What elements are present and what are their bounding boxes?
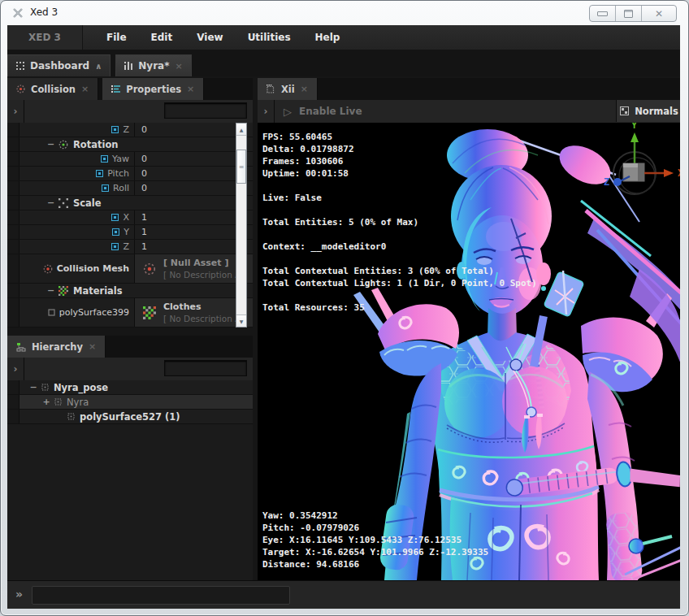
property-leaf-icon [102,184,109,192]
stat-total-entities: Total Entities: 5 (0% of Max) [262,217,537,229]
axis-x-label: X [678,167,680,179]
properties-rows: Z 0 − Rotation [7,123,253,328]
properties-panel: Collision × Properties × › [7,78,253,328]
xii-icon [266,85,275,93]
materials-icon [58,286,68,296]
viewport-canvas[interactable]: Y X Z FPS: 55.60465 Delta: 0.01798872 Fr… [258,123,680,580]
camera-pitch: Pitch: -0.07979026 [262,523,488,535]
scroll-up-button[interactable]: ▲ [236,124,246,136]
properties-panel-tabs: Collision × Properties × [7,78,253,100]
viewport-panel: Xii × › ▷ Enable Live Normals [258,78,680,580]
console-input[interactable] [32,586,290,605]
collapse-icon[interactable]: − [29,382,37,393]
tab-dashboard[interactable]: Dashboard ∧ [7,54,110,76]
axis-gizmo[interactable]: Y X Z [604,123,680,194]
property-label: Z [123,241,129,252]
asset-title: Clothes [163,301,245,313]
group-row-rotation[interactable]: − Rotation [7,137,253,152]
minimize-button[interactable] [590,6,616,21]
collapse-icon[interactable]: − [47,285,54,296]
collapse-icon[interactable]: − [47,139,54,150]
menu-app-label[interactable]: XED 3 [7,25,83,50]
model-doc-icon [124,62,132,70]
properties-search-input[interactable] [164,102,247,119]
hierarchy-rows: − Nyra_pose + Nyra polySurface527 (1 [7,380,253,424]
enable-live-button[interactable]: ▷ Enable Live [284,100,362,123]
tab-hierarchy[interactable]: Hierarchy × [7,336,106,358]
viewport-toolbar: › ▷ Enable Live Normals [258,100,680,124]
property-row-roll[interactable]: Roll 0 [7,181,253,196]
surface-icon [48,309,55,316]
collision-mesh-icon [43,264,53,274]
tab-collision[interactable]: Collision × [7,78,98,100]
property-row-polysurface399[interactable]: polySurface399 Clothes [ No Description … [7,298,253,328]
camera-stats: Yaw: 0.3542912 Pitch: -0.07979026 Eye: X… [262,510,488,571]
tab-close-icon[interactable]: × [81,84,89,94]
tab-properties[interactable]: Properties × [102,78,204,100]
expand-button[interactable]: › [7,100,24,123]
title-bar[interactable]: Xed 3 ✕ [1,1,688,25]
rotation-icon [58,140,68,150]
chevron-up-icon[interactable]: ∧ [95,62,102,71]
group-row-scale[interactable]: − Scale [7,196,253,210]
scroll-down-button[interactable]: ▼ [236,315,246,327]
console-prompt-icon: » [15,588,23,601]
properties-toolbar: › [7,100,253,124]
hierarchy-row-nyra[interactable]: + Nyra [7,395,253,410]
stat-live: Live: False [262,193,537,205]
asset-title: [ Null Asset ] [163,258,245,269]
group-row-materials[interactable]: − Materials [7,284,253,298]
hierarchy-row-polysurface527[interactable]: polySurface527 (1) [7,410,253,424]
property-leaf-icon [111,243,119,250]
window-controls: ✕ [589,5,677,22]
row-gutter [7,123,20,137]
close-button[interactable]: ✕ [642,6,676,21]
tab-close-icon[interactable]: × [187,84,194,94]
properties-icon [111,85,120,93]
enable-live-label: Enable Live [299,106,362,117]
tab-close-icon[interactable]: × [89,341,96,352]
tab-xii[interactable]: Xii × [258,78,318,100]
minimize-icon [597,11,608,16]
play-icon: ▷ [284,106,292,118]
camera-target: Target: X:-16.62654 Y:101.9966 Z:-12.393… [262,547,488,559]
hierarchy-search-input[interactable] [164,360,247,376]
property-label: Yaw [112,154,129,164]
tab-dashboard-label: Dashboard [30,60,89,72]
expand-button[interactable]: › [7,358,24,380]
menu-view[interactable]: View [184,25,235,50]
normals-button[interactable]: Normals [616,100,680,122]
expand-button[interactable]: › [258,100,275,123]
property-leaf-icon [111,126,119,133]
properties-scrollbar[interactable]: ▲ ≡ ▼ [236,123,247,328]
collapse-icon[interactable]: − [47,197,54,208]
property-row-yaw[interactable]: Yaw 0 [7,152,253,167]
axis-z-label: Z [604,176,609,188]
property-label: Roll [113,183,129,193]
camera-distance: Distance: 94.68166 [262,559,488,571]
tab-nyra[interactable]: Nyra* × [115,54,191,76]
document-tab-bar: Dashboard ∧ Nyra* × [7,50,680,76]
window-title: Xed 3 [30,7,58,18]
scroll-thumb[interactable]: ≡ [236,150,246,184]
property-row-scale-z[interactable]: Z 1 [7,240,253,254]
hierarchy-row-nyra-pose[interactable]: − Nyra_pose [7,380,253,395]
tab-close-icon[interactable]: × [175,61,182,72]
hierarchy-label: Nyra_pose [54,382,108,393]
menu-utilities[interactable]: Utilities [236,25,303,50]
menu-help[interactable]: Help [303,25,353,50]
property-label: Y [124,227,129,237]
property-row-z[interactable]: Z 0 [7,123,253,137]
property-row-pitch[interactable]: Pitch 0 [7,167,253,181]
property-row-scale-x[interactable]: X 1 [7,210,253,225]
property-row-collision-mesh[interactable]: Collision Mesh [ Null Asset ] [ No Descr… [7,254,253,284]
menu-edit[interactable]: Edit [139,25,185,50]
menu-file[interactable]: File [94,25,139,50]
expand-icon[interactable]: + [42,397,50,407]
tab-close-icon[interactable]: × [301,84,308,94]
hierarchy-icon [16,342,26,352]
maximize-button[interactable] [616,6,642,21]
property-row-scale-y[interactable]: Y 1 [7,225,253,240]
maximize-icon [624,10,633,18]
group-label: Scale [73,197,102,209]
